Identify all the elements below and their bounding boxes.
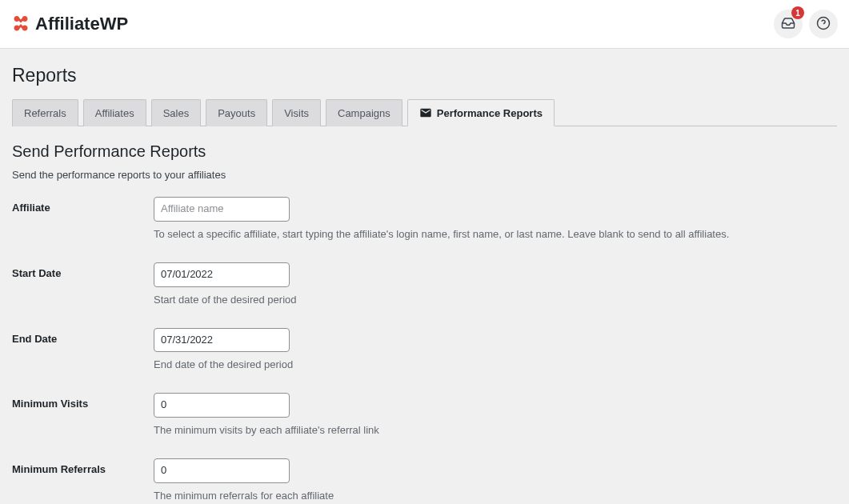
row-end-date: End Date End date of the desired period — [12, 328, 837, 371]
affiliate-input[interactable] — [154, 197, 290, 222]
inbox-badge: 1 — [791, 6, 804, 19]
tab-referrals[interactable]: Referrals — [12, 99, 78, 126]
row-start-date: Start Date Start date of the desired per… — [12, 262, 837, 306]
help-start-date: Start date of the desired period — [154, 294, 837, 306]
help-icon — [816, 16, 831, 33]
label-min-visits: Minimum Visits — [12, 398, 88, 410]
envelope-icon — [419, 106, 432, 119]
help-button[interactable] — [809, 10, 838, 38]
label-affiliate: Affiliate — [12, 202, 50, 214]
tabs: Referrals Affiliates Sales Payouts Visit… — [12, 99, 837, 126]
end-date-input[interactable] — [154, 328, 290, 353]
tab-campaigns[interactable]: Campaigns — [326, 99, 402, 126]
row-min-referrals: Minimum Referrals The minimum referrals … — [12, 458, 837, 502]
tab-performance-reports[interactable]: Performance Reports — [407, 99, 555, 126]
row-affiliate: Affiliate To select a specific affiliate… — [12, 197, 837, 240]
header-actions: 1 — [774, 10, 838, 38]
label-start-date: Start Date — [12, 267, 61, 279]
affiliatewp-icon — [11, 14, 30, 35]
start-date-input[interactable] — [154, 262, 290, 287]
brand-name: AffiliateWP — [35, 14, 128, 34]
tab-visits[interactable]: Visits — [272, 99, 321, 126]
section-title: Send Performance Reports — [12, 142, 837, 161]
help-min-referrals: The minimum referrals for each affiliate — [154, 490, 837, 502]
row-min-visits: Minimum Visits The minimum visits by eac… — [12, 393, 837, 436]
help-min-visits: The minimum visits by each affiliate's r… — [154, 424, 837, 436]
help-end-date: End date of the desired period — [154, 358, 837, 370]
tab-label: Performance Reports — [437, 107, 543, 119]
tab-affiliates[interactable]: Affiliates — [83, 99, 146, 126]
help-affiliate: To select a specific affiliate, start ty… — [154, 228, 837, 240]
page-title: Reports — [12, 65, 837, 86]
tab-payouts[interactable]: Payouts — [206, 99, 267, 126]
min-visits-input[interactable] — [154, 393, 290, 418]
section-desc: Send the performance reports to your aff… — [12, 169, 837, 181]
content-area: Reports Referrals Affiliates Sales Payou… — [0, 49, 849, 504]
brand-logo: AffiliateWP — [11, 14, 128, 35]
label-min-referrals: Minimum Referrals — [12, 463, 106, 475]
header-bar: AffiliateWP 1 — [0, 0, 849, 49]
tab-sales[interactable]: Sales — [151, 99, 202, 126]
inbox-icon — [781, 16, 795, 33]
min-referrals-input[interactable] — [154, 458, 290, 483]
label-end-date: End Date — [12, 333, 57, 345]
inbox-button[interactable]: 1 — [774, 10, 803, 38]
